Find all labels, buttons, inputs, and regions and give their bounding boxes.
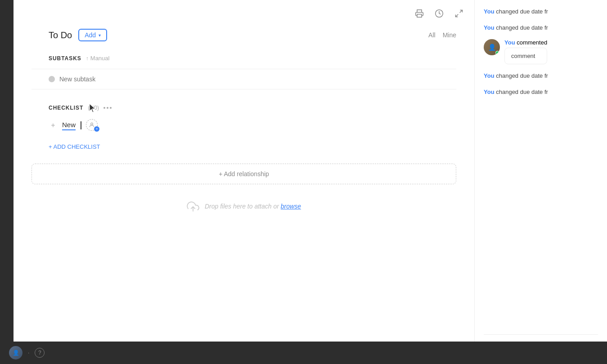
dot-1 xyxy=(103,107,105,109)
help-icon[interactable]: ? xyxy=(35,348,45,358)
assign-plus-icon: + xyxy=(94,126,99,132)
toolbar xyxy=(13,0,474,24)
svg-line-2 xyxy=(460,10,463,13)
checklist-count: (0/0) xyxy=(88,105,99,111)
subtask-input[interactable] xyxy=(59,75,138,83)
add-checklist-link[interactable]: + ADD CHECKLIST xyxy=(31,139,456,155)
activity-item-4: You changed due date fr xyxy=(484,88,598,97)
assign-icon[interactable]: + xyxy=(86,119,99,132)
add-item-icon[interactable]: + xyxy=(49,121,58,130)
activity-item-3: You changed due date fr xyxy=(484,71,598,80)
text-cursor xyxy=(81,121,81,129)
activity-panel: You changed due date fr You changed due … xyxy=(474,0,607,364)
activity-author-3: You xyxy=(484,72,495,79)
comment-block: 👤 You commented comment xyxy=(484,39,598,64)
activity-text-3: changed due date fr xyxy=(496,72,548,79)
activity-item-2: You changed due date fr xyxy=(484,23,598,32)
comment-action: commented xyxy=(517,39,547,46)
activity-author-1: You xyxy=(484,8,495,15)
comment-author: You xyxy=(504,39,515,46)
cursor-area: + New + xyxy=(31,116,456,139)
subtasks-sort: ↑ Manual xyxy=(86,55,110,62)
task-title: To Do xyxy=(49,30,72,40)
checklist-new-text: New xyxy=(62,121,76,130)
checklist-more-button[interactable] xyxy=(103,107,112,109)
drop-zone: Drop files here to attach or browse xyxy=(31,193,456,220)
comment-bubble: comment xyxy=(504,48,547,64)
task-panel: To Do Add ▾ All Mine SUBTASKS xyxy=(13,0,474,364)
activity-text-2: changed due date fr xyxy=(496,24,548,31)
online-indicator xyxy=(495,51,499,55)
main-container: To Do Add ▾ All Mine SUBTASKS xyxy=(0,0,607,364)
subtasks-section: SUBTASKS ↑ Manual xyxy=(31,50,456,89)
filter-mine[interactable]: Mine xyxy=(443,31,456,39)
sort-label: Manual xyxy=(90,55,110,62)
checklist-title: CHECKLIST xyxy=(49,105,83,111)
content-area: To Do Add ▾ All Mine SUBTASKS xyxy=(13,0,607,364)
expand-icon[interactable] xyxy=(453,7,465,20)
print-icon[interactable] xyxy=(413,7,426,20)
task-header: To Do Add ▾ All Mine xyxy=(13,24,474,50)
task-filters: All Mine xyxy=(428,31,456,39)
sort-up-icon: ↑ xyxy=(86,55,89,62)
bottom-bar: 👤 · ? xyxy=(0,342,607,364)
task-body: SUBTASKS ↑ Manual xyxy=(13,50,474,364)
activity-text-1: changed due date fr xyxy=(496,8,548,15)
dot-2 xyxy=(107,107,108,109)
checklist-header: CHECKLIST (0/0) xyxy=(31,100,456,116)
subtask-input-row xyxy=(31,73,456,85)
task-title-area: To Do Add ▾ xyxy=(49,29,107,41)
comment-header: You commented xyxy=(504,39,547,46)
subtasks-bottom-divider xyxy=(31,89,456,89)
subtasks-title: SUBTASKS xyxy=(49,55,81,62)
relationship-button-label: + Add relationship xyxy=(219,170,269,178)
subtask-bullet xyxy=(49,76,55,82)
dot-3 xyxy=(110,107,112,109)
checklist-item-row: + New + xyxy=(31,116,456,134)
help-label: ? xyxy=(38,350,41,356)
activity-item-1: You changed due date fr xyxy=(484,7,598,16)
subtasks-header: SUBTASKS ↑ Manual xyxy=(31,50,456,65)
bottom-avatar-img: 👤 xyxy=(9,346,22,360)
add-relationship-button[interactable]: + Add relationship xyxy=(31,164,456,184)
chevron-down-icon: ▾ xyxy=(99,33,101,38)
activity-spacer xyxy=(484,103,598,334)
browse-link[interactable]: browse xyxy=(281,203,301,210)
upload-icon xyxy=(187,200,199,213)
bottom-avatar: 👤 xyxy=(9,346,22,360)
bottom-spacer: · xyxy=(28,350,29,356)
sidebar-strip xyxy=(0,0,13,364)
comment-content: You commented comment xyxy=(504,39,547,64)
subtasks-divider xyxy=(31,69,456,69)
dropzone-text: Drop files here to attach or xyxy=(205,203,281,210)
add-button[interactable]: Add ▾ xyxy=(78,29,107,41)
add-button-label: Add xyxy=(85,31,96,39)
svg-line-3 xyxy=(456,14,459,17)
add-checklist-label: + ADD CHECKLIST xyxy=(49,143,100,150)
activity-author-4: You xyxy=(484,89,495,95)
checklist-section: CHECKLIST (0/0) + New xyxy=(31,100,456,155)
svg-point-4 xyxy=(91,123,93,125)
commenter-avatar: 👤 xyxy=(484,39,500,55)
activity-text-4: changed due date fr xyxy=(496,89,548,95)
filter-all[interactable]: All xyxy=(428,31,436,39)
comment-text: comment xyxy=(511,53,535,59)
history-icon[interactable] xyxy=(433,7,445,20)
activity-author-2: You xyxy=(484,24,495,31)
svg-rect-0 xyxy=(417,14,422,18)
